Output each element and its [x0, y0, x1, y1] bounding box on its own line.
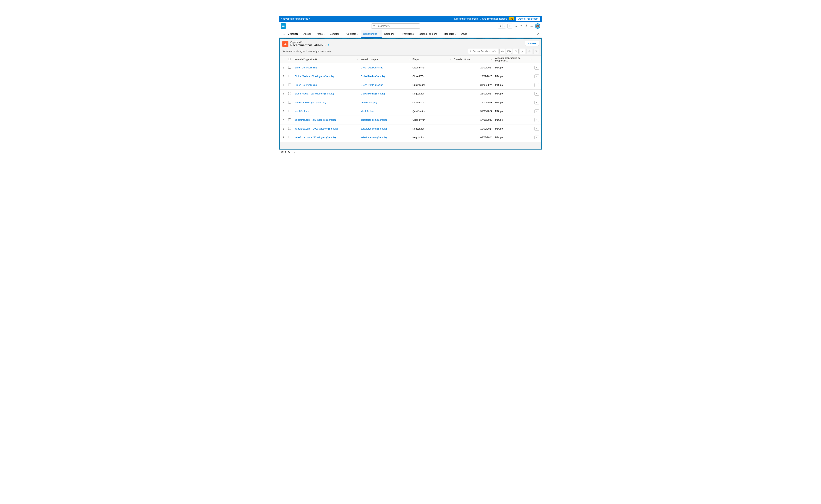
row-actions-button[interactable]: ▾	[535, 74, 539, 78]
nav-tab-pr-visions[interactable]: Prévisions	[400, 30, 416, 38]
row-checkbox[interactable]	[288, 127, 291, 130]
opportunity-link[interactable]: Global Media - 180 Widgets (Sample)	[294, 75, 334, 78]
nav-tab-label: Devis	[461, 32, 467, 35]
column-menu-icon[interactable]: ⌄	[491, 58, 493, 60]
nav-tab-rapports[interactable]: Rapports⌄	[442, 30, 459, 38]
row-actions-button[interactable]: ▾	[535, 92, 539, 96]
opportunity-link[interactable]: salesforce.com - 1,000 Widgets (Sample)	[294, 127, 338, 130]
column-menu-icon[interactable]: ⌄	[408, 58, 410, 60]
nav-tab-accueil[interactable]: Accueil	[301, 30, 314, 38]
table-row: 8salesforce.com - 1,000 Widgets (Sample)…	[280, 124, 541, 133]
app-name: Ventes	[287, 30, 301, 38]
notifications-bell-icon[interactable]	[530, 24, 534, 28]
col-stage[interactable]: Étape⌄	[411, 56, 452, 63]
account-link[interactable]: salesforce.com (Sample)	[361, 127, 387, 130]
global-search[interactable]	[371, 23, 420, 29]
global-search-input[interactable]	[376, 25, 418, 27]
row-checkbox[interactable]	[288, 84, 291, 86]
list-search[interactable]	[468, 49, 498, 54]
help-icon[interactable]: ?	[519, 24, 523, 28]
new-button[interactable]: Nouveau	[525, 41, 539, 46]
opportunity-link[interactable]: Green Dot Publishing-	[294, 66, 318, 69]
col-owner[interactable]: Alias du propriétaire de l'opportun…⌄	[494, 56, 533, 63]
account-link[interactable]: Global Media (Sample)	[361, 92, 385, 95]
row-actions-button[interactable]: ▾	[535, 101, 539, 104]
list-controls-gear[interactable]: ▾	[499, 49, 505, 54]
opportunity-link[interactable]: MedLife, Inc.-	[294, 110, 309, 113]
display-as-table[interactable]: ▾	[506, 49, 512, 54]
buy-now-button[interactable]: Acheter maintenant	[516, 17, 540, 21]
nav-tab-contacts[interactable]: Contacts⌄	[344, 30, 361, 38]
setup-gear-icon[interactable]	[525, 24, 528, 28]
todo-list-label[interactable]: To Do List	[285, 151, 295, 154]
row-checkbox[interactable]	[288, 136, 291, 138]
row-actions-button[interactable]: ▾	[535, 83, 539, 87]
row-checkbox[interactable]	[288, 92, 291, 95]
col-account[interactable]: Nom du compte⌄	[359, 56, 411, 63]
opportunity-link[interactable]: salesforce.com - 270 Widgets (Sample)	[294, 119, 336, 121]
user-avatar[interactable]: 🐻	[535, 23, 540, 29]
utility-bar: To Do List	[279, 150, 542, 155]
chevron-down-icon[interactable]: ⌄	[340, 33, 342, 35]
global-actions-button[interactable]: ✚	[508, 24, 512, 28]
list-view-name[interactable]: Récemment visualisés	[290, 44, 323, 47]
row-checkbox[interactable]	[288, 101, 291, 104]
refresh-button[interactable]	[513, 49, 519, 54]
col-select-all[interactable]	[287, 56, 293, 63]
chevron-down-icon[interactable]: ⌄	[396, 33, 398, 35]
trial-days-label: Jours d'évaluation restants	[480, 18, 507, 20]
account-link[interactable]: Green Dot Publishing	[361, 66, 383, 69]
trailhead-icon[interactable]	[514, 24, 518, 28]
row-actions-button[interactable]: ▾	[535, 136, 539, 139]
list-view-switcher-icon[interactable]: ▼	[324, 44, 326, 46]
row-checkbox[interactable]	[288, 66, 291, 69]
opportunity-link[interactable]: salesforce.com - 210 Widgets (Sample)	[294, 136, 336, 139]
col-close[interactable]: Date de clôture⌄	[452, 56, 494, 63]
pin-icon[interactable]	[327, 44, 330, 47]
nav-tab-calendrier[interactable]: Calendrier⌄	[382, 30, 400, 38]
favorites-button[interactable]: ★	[498, 24, 503, 28]
chevron-down-icon[interactable]: ⌄	[323, 33, 325, 35]
account-link[interactable]: salesforce.com (Sample)	[361, 136, 387, 139]
account-link[interactable]: Acme (Sample)	[361, 101, 377, 104]
account-link[interactable]: MedLife, Inc.	[361, 110, 374, 113]
nav-tab-tableaux-de-bord[interactable]: Tableaux de bord⌄	[416, 30, 442, 38]
app-launcher-icon[interactable]	[281, 30, 287, 38]
row-actions-button[interactable]: ▾	[535, 118, 539, 122]
row-checkbox[interactable]	[288, 118, 291, 121]
favorites-dropdown[interactable]: ▾	[503, 24, 506, 28]
column-menu-icon[interactable]: ⌄	[356, 58, 358, 60]
inline-edit-button[interactable]	[520, 49, 526, 54]
nav-tab-comptes[interactable]: Comptes⌄	[327, 30, 344, 38]
opportunity-link[interactable]: Global Media - 180 Widgets (Sample)	[294, 92, 334, 95]
edit-nav-icon[interactable]	[537, 30, 540, 38]
row-checkbox[interactable]	[288, 75, 291, 77]
chevron-down-icon[interactable]: ⌄	[455, 33, 456, 35]
app-logo[interactable]	[281, 23, 286, 29]
row-actions-button[interactable]: ▾	[535, 66, 539, 70]
chevron-down-icon[interactable]: ⌄	[357, 33, 358, 35]
row-actions-button[interactable]: ▾	[535, 109, 539, 113]
account-link[interactable]: Green Dot Publishing	[361, 84, 383, 86]
chevron-down-icon[interactable]: ⌄	[378, 33, 379, 35]
nav-tab-devis[interactable]: Devis⌄	[459, 30, 472, 38]
todo-list-icon[interactable]	[281, 151, 284, 154]
chevron-down-icon[interactable]: ⌄	[438, 33, 440, 35]
column-menu-icon[interactable]: ⌄	[530, 58, 532, 60]
opportunity-link[interactable]: Green Dot Publishing-	[294, 84, 318, 86]
leave-comment-link[interactable]: Laisser un commentaire	[454, 18, 479, 20]
nav-tab-opportunit-s[interactable]: Opportunités⌄	[361, 30, 381, 38]
list-search-input[interactable]	[473, 50, 497, 53]
row-checkbox[interactable]	[288, 110, 291, 112]
col-name[interactable]: Nom de l'opportunité⌄	[293, 56, 359, 63]
nav-tab-pistes[interactable]: Pistes⌄	[314, 30, 327, 38]
column-menu-icon[interactable]: ⌄	[450, 58, 451, 60]
chevron-down-icon: ▾	[503, 51, 504, 52]
opportunity-link[interactable]: Acme - 300 Widgets (Sample)	[294, 101, 326, 104]
account-link[interactable]: Global Media (Sample)	[361, 75, 385, 78]
row-actions-button[interactable]: ▾	[535, 127, 539, 131]
account-link[interactable]: salesforce.com (Sample)	[361, 119, 387, 121]
chevron-down-icon[interactable]: ⌄	[468, 33, 470, 35]
recommended-visits-menu[interactable]: Vos visites recommandées ▾	[281, 18, 310, 20]
select-all-checkbox[interactable]	[288, 58, 291, 60]
